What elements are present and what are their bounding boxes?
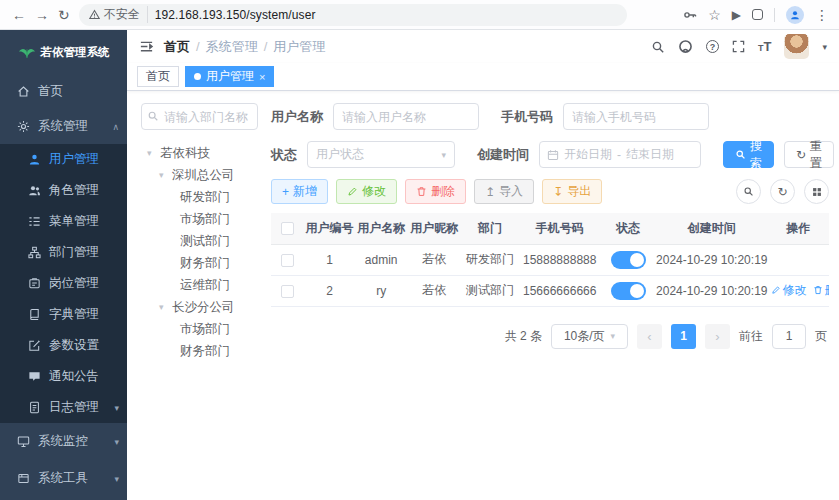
- add-button[interactable]: + 新增: [271, 179, 328, 204]
- close-icon[interactable]: ×: [259, 71, 265, 83]
- tab-user-mgmt[interactable]: 用户管理 ×: [185, 66, 274, 87]
- row-checkbox[interactable]: [281, 285, 294, 298]
- page-size-select[interactable]: 10条/页 ▾: [551, 324, 628, 349]
- play-extension-icon[interactable]: ▶: [732, 9, 741, 21]
- forward-arrow-icon[interactable]: →: [35, 8, 49, 22]
- chevron-down-icon: ▾: [441, 150, 446, 160]
- row-checkbox[interactable]: [281, 254, 294, 267]
- app-logo[interactable]: 若依管理系统: [0, 30, 127, 74]
- cell-user-id: 1: [304, 244, 354, 275]
- browser-profile-icon[interactable]: [786, 6, 804, 24]
- status-toggle[interactable]: [611, 251, 646, 269]
- select-all-checkbox[interactable]: [281, 222, 294, 235]
- tree-node-leaf[interactable]: 财务部门: [141, 340, 258, 362]
- tree-node-leaf[interactable]: 财务部门: [141, 252, 258, 274]
- table-toolbar: + 新增 修改 删除: [271, 179, 829, 204]
- sidebar-item-notice[interactable]: 通知公告: [0, 361, 127, 392]
- page-number-button[interactable]: 1: [671, 324, 696, 349]
- columns-grid-icon[interactable]: [804, 179, 829, 204]
- back-arrow-icon[interactable]: ←: [12, 8, 26, 22]
- sidebar-item-post-mgmt[interactable]: 岗位管理: [0, 268, 127, 299]
- security-chip[interactable]: 不安全: [89, 6, 148, 23]
- next-page-button[interactable]: ›: [705, 324, 730, 349]
- key-icon[interactable]: [683, 8, 697, 22]
- upload-icon: ↥: [485, 185, 495, 199]
- tree-node-branch[interactable]: ▾长沙分公司: [141, 296, 258, 318]
- menu-fold-icon[interactable]: [139, 39, 154, 54]
- reset-button[interactable]: ↻ 重置: [784, 141, 834, 168]
- user-avatar[interactable]: [784, 34, 809, 59]
- search-icon[interactable]: [651, 40, 665, 54]
- date-range-picker[interactable]: 开始日期 - 结束日期: [539, 141, 701, 168]
- cell-phone: 15666666666: [519, 275, 600, 306]
- sidebar-item-monitor[interactable]: 系统监控 ▾: [0, 423, 127, 460]
- refresh-icon[interactable]: ↻: [770, 179, 795, 204]
- sidebar-item-config[interactable]: 参数设置: [0, 330, 127, 361]
- search-button[interactable]: 搜索: [723, 141, 774, 168]
- import-button[interactable]: ↥ 导入: [474, 179, 534, 204]
- sidebar: 若依管理系统 首页 系统管理 ∧ 用户: [0, 30, 127, 500]
- app-frame: 若依管理系统 首页 系统管理 ∧ 用户: [0, 30, 839, 500]
- col-user-name: 用户名称: [355, 213, 408, 244]
- tree-node-leaf[interactable]: 市场部门: [141, 318, 258, 340]
- font-size-icon[interactable]: TT: [758, 39, 771, 54]
- breadcrumb-home[interactable]: 首页: [164, 38, 190, 56]
- sidebar-item-menu-mgmt[interactable]: 菜单管理: [0, 206, 127, 237]
- date-separator: -: [617, 148, 621, 162]
- tree-node-leaf[interactable]: 测试部门: [141, 230, 258, 252]
- wrench-icon: [17, 472, 30, 485]
- sidebar-item-home[interactable]: 首页: [0, 74, 127, 109]
- delete-button[interactable]: 删除: [405, 179, 466, 204]
- goto-label: 前往: [739, 328, 763, 345]
- goto-page-input[interactable]: [772, 324, 806, 349]
- sidebar-item-system[interactable]: 系统管理 ∧: [0, 109, 127, 144]
- table-tools: ↻: [736, 179, 829, 204]
- fullscreen-icon[interactable]: [732, 40, 745, 53]
- address-bar[interactable]: 不安全 192.168.193.150/system/user: [79, 4, 627, 26]
- top-navbar: 首页 / 系统管理 / 用户管理 ?: [127, 30, 839, 63]
- extensions-icon[interactable]: [752, 9, 763, 20]
- tree-node-leaf[interactable]: 运维部门: [141, 274, 258, 296]
- toggle-search-icon[interactable]: [736, 179, 761, 204]
- status-toggle[interactable]: [611, 282, 646, 300]
- chevron-down-icon: ▾: [114, 474, 119, 484]
- sidebar-item-role-mgmt[interactable]: 角色管理: [0, 175, 127, 206]
- tab-label: 用户管理: [206, 68, 254, 85]
- sidebar-item-dept-mgmt[interactable]: 部门管理: [0, 237, 127, 268]
- status-select[interactable]: 用户状态 ▾: [307, 141, 455, 168]
- tree-node-label: 市场部门: [180, 321, 230, 338]
- caret-down-icon[interactable]: ▾: [159, 170, 168, 180]
- prev-page-button[interactable]: ‹: [637, 324, 662, 349]
- sidebar-item-label: 系统工具: [38, 470, 88, 487]
- row-edit-link[interactable]: 修改: [771, 282, 807, 299]
- github-icon[interactable]: [678, 39, 693, 54]
- table-row: 2 ry 若依 测试部门 15666666666 2024-10-29 10:2…: [271, 275, 829, 306]
- row-edit-label: 修改: [783, 282, 807, 299]
- table-header-row: 用户编号 用户名称 用户昵称 部门 手机号码 状态 创建时间 操作: [271, 213, 829, 244]
- tree-node-leaf[interactable]: 市场部门: [141, 208, 258, 230]
- reload-icon[interactable]: ↻: [58, 8, 70, 22]
- tree-node-branch[interactable]: ▾深圳总公司: [141, 164, 258, 186]
- bookmark-star-icon[interactable]: ☆: [708, 8, 721, 22]
- phone-label: 手机号码: [501, 108, 553, 126]
- row-delete-link[interactable]: 删除: [813, 282, 829, 299]
- kebab-menu-icon[interactable]: ⋮: [815, 8, 829, 22]
- sidebar-item-label: 部门管理: [49, 244, 99, 261]
- username-input[interactable]: [333, 103, 479, 130]
- tree-node-root[interactable]: ▾若依科技: [141, 142, 258, 164]
- cell-create-time: 2024-10-29 10:20:19: [656, 244, 768, 275]
- help-icon[interactable]: ?: [706, 40, 719, 53]
- avatar-caret-icon[interactable]: ▾: [822, 42, 827, 52]
- edit-button[interactable]: 修改: [336, 179, 397, 204]
- export-button[interactable]: ↧ 导出: [542, 179, 602, 204]
- tab-home[interactable]: 首页: [137, 66, 179, 87]
- sidebar-item-tool[interactable]: 系统工具 ▾: [0, 460, 127, 497]
- caret-down-icon[interactable]: ▾: [147, 148, 156, 158]
- caret-down-icon[interactable]: ▾: [159, 302, 168, 312]
- sidebar-item-dict-mgmt[interactable]: 字典管理: [0, 299, 127, 330]
- sidebar-item-log-mgmt[interactable]: 日志管理 ▾: [0, 392, 127, 423]
- phone-input[interactable]: [563, 103, 709, 130]
- tree-node-leaf[interactable]: 研发部门: [141, 186, 258, 208]
- sidebar-item-user-mgmt[interactable]: 用户管理: [0, 144, 127, 175]
- breadcrumb-system: 系统管理: [206, 38, 258, 56]
